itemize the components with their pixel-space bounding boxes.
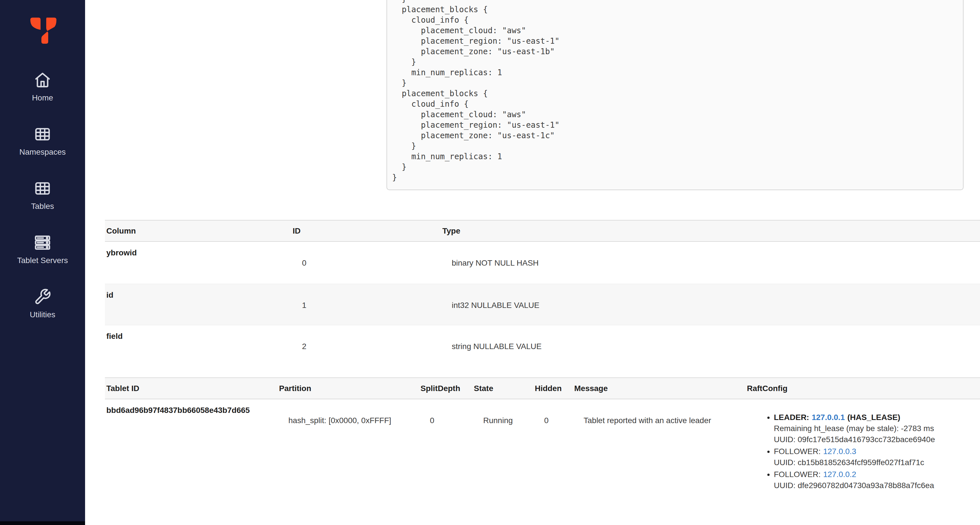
sidebar-item-utilities[interactable]: Utilities xyxy=(0,288,85,342)
home-icon xyxy=(34,71,51,89)
column-name: ybrowid xyxy=(105,242,291,284)
yugabyte-logo-icon xyxy=(29,16,57,44)
sidebar-item-tables[interactable]: Tables xyxy=(0,180,85,234)
column-header-state: State xyxy=(473,378,533,399)
column-name: id xyxy=(105,284,291,325)
sidebar-item-label: Namespaces xyxy=(19,148,65,156)
grid-icon xyxy=(34,180,51,197)
sidebar-item-namespaces[interactable]: Namespaces xyxy=(0,125,85,180)
raft-uuid: UUID: cb15b81852634fcf959ffe027f1af71c xyxy=(774,457,977,468)
raft-lease-remaining: Remaining ht_lease (may be stale): -2783… xyxy=(774,423,977,434)
tablet-id: bbd6ad96b97f4837bb66058e43b7d665 xyxy=(105,399,278,524)
column-header-raftconfig: RaftConfig xyxy=(746,378,980,399)
sidebar: Home Namespaces Tables xyxy=(0,0,85,525)
column-name: field xyxy=(105,325,291,371)
raft-follower-item: FOLLOWER:127.0.0.3 UUID: cb15b81852634fc… xyxy=(774,446,977,468)
tablet-raft-config: LEADER:127.0.0.1(HAS_LEASE) Remaining ht… xyxy=(746,399,980,524)
column-header-splitdepth: SplitDepth xyxy=(419,378,473,399)
raft-uuid: UUID: 09fc17e515da416793cc732bace6940e xyxy=(774,434,977,445)
column-header-id: ID xyxy=(291,220,441,241)
sidebar-item-home[interactable]: Home xyxy=(0,71,85,125)
leader-ip-link[interactable]: 127.0.0.1 xyxy=(811,413,845,422)
main-content: } placement_blocks { cloud_info { placem… xyxy=(85,0,980,525)
replication-info-code: } placement_blocks { cloud_info { placem… xyxy=(392,0,956,183)
column-id: 2 xyxy=(291,325,441,371)
columns-table-header: Column ID Type xyxy=(105,220,980,242)
column-header-tablet-id: Tablet ID xyxy=(105,378,278,399)
sidebar-item-label: Utilities xyxy=(30,310,55,319)
table-row: id 1 int32 NULLABLE VALUE xyxy=(105,284,980,325)
tablets-table-header: Tablet ID Partition SplitDepth State Hid… xyxy=(105,377,980,399)
raft-role-label: FOLLOWER: xyxy=(774,447,821,456)
tablet-row: bbd6ad96b97f4837bb66058e43b7d665 hash_sp… xyxy=(105,399,980,524)
tablet-partition: hash_split: [0x0000, 0xFFFF] xyxy=(278,399,419,524)
column-type: binary NOT NULL HASH xyxy=(441,242,980,284)
tablet-splitdepth: 0 xyxy=(419,399,473,524)
column-type: int32 NULLABLE VALUE xyxy=(441,284,980,325)
tablet-state: Running xyxy=(473,399,533,524)
column-header-hidden: Hidden xyxy=(533,378,573,399)
sidebar-item-label: Tablet Servers xyxy=(17,256,68,265)
column-header-message: Message xyxy=(573,378,746,399)
raft-role-label: LEADER: xyxy=(774,413,809,422)
raft-follower-item: FOLLOWER:127.0.0.2 UUID: dfe2960782d0473… xyxy=(774,469,977,491)
column-header-partition: Partition xyxy=(278,378,419,399)
sidebar-item-tablet-servers[interactable]: Tablet Servers xyxy=(0,234,85,288)
tablet-message: Tablet reported with an active leader xyxy=(573,399,746,524)
raft-follower-line: FOLLOWER:127.0.0.3 xyxy=(774,446,977,457)
table-row: ybrowid 0 binary NOT NULL HASH xyxy=(105,242,980,284)
raft-uuid: UUID: dfe2960782d04730a93a78b88a7fc6ea xyxy=(774,480,977,491)
grid-icon xyxy=(34,125,51,143)
server-stack-icon xyxy=(34,234,51,251)
raft-leader-item: LEADER:127.0.0.1(HAS_LEASE) Remaining ht… xyxy=(774,412,977,445)
column-type: string NULLABLE VALUE xyxy=(441,325,980,371)
raft-config-list: LEADER:127.0.0.1(HAS_LEASE) Remaining ht… xyxy=(756,412,977,491)
raft-leader-line: LEADER:127.0.0.1(HAS_LEASE) xyxy=(774,412,977,423)
tablet-hidden: 0 xyxy=(533,399,573,524)
raft-follower-line: FOLLOWER:127.0.0.2 xyxy=(774,469,977,480)
column-id: 1 xyxy=(291,284,441,325)
raft-role-label: FOLLOWER: xyxy=(774,470,821,479)
column-id: 0 xyxy=(291,242,441,284)
sidebar-item-label: Tables xyxy=(31,202,54,211)
columns-table: Column ID Type ybrowid 0 binary NOT NULL… xyxy=(105,220,980,371)
sidebar-bottom-strip xyxy=(0,521,85,525)
sidebar-item-label: Home xyxy=(32,93,53,102)
column-header-type: Type xyxy=(441,220,980,241)
column-header-column: Column xyxy=(105,220,291,241)
replication-info-card: } placement_blocks { cloud_info { placem… xyxy=(387,0,964,190)
follower-ip-link[interactable]: 127.0.0.2 xyxy=(823,470,856,479)
follower-ip-link[interactable]: 127.0.0.3 xyxy=(823,447,856,456)
raft-lease-flag: (HAS_LEASE) xyxy=(847,413,900,422)
table-row: field 2 string NULLABLE VALUE xyxy=(105,325,980,371)
wrench-icon xyxy=(34,288,51,306)
app-window: Home Namespaces Tables xyxy=(0,0,980,525)
sidebar-nav: Home Namespaces Tables xyxy=(0,71,85,342)
tablets-table: Tablet ID Partition SplitDepth State Hid… xyxy=(105,377,980,524)
